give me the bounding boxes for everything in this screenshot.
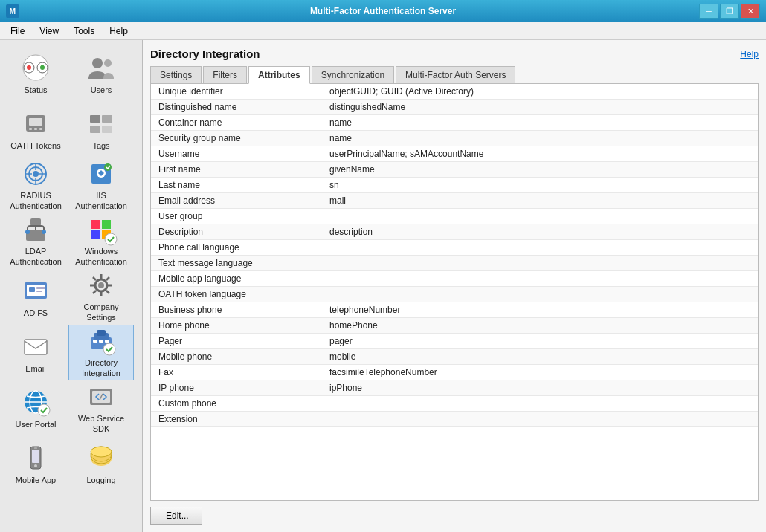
web-service-sdk-icon [86,383,116,411]
tab-synchronization[interactable]: Synchronization [312,66,394,84]
attr-name: Mobile app language [158,273,329,284]
sidebar-item-company-settings[interactable]: Company Settings [68,269,134,325]
attr-name: Phone call language [158,242,329,253]
sidebar-item-iis[interactable]: IIS Authentication [68,158,134,213]
sidebar-item-logging[interactable]: Logging [68,436,134,492]
attr-name: OATH token language [158,289,329,299]
sidebar-logging-label: Logging [86,476,115,485]
tab-settings[interactable]: Settings [150,66,202,84]
titlebar-title: Multi-Factor Authentication Server [0,6,766,16]
sidebar-item-status[interactable]: Status [3,46,68,102]
table-row: Phone call language [151,240,758,256]
table-row: UsernameuserPrincipalName; sAMAccountNam… [151,146,758,162]
sidebar-oath-label: OATH Tokens [10,141,60,151]
sidebar-item-web-service-sdk[interactable]: Web Service SDK [68,380,134,436]
close-button[interactable]: ✕ [741,4,760,19]
attr-value: name [329,133,352,143]
svg-rect-28 [91,230,100,239]
sidebar-item-user-portal[interactable]: User Portal [3,380,68,436]
tab-attributes[interactable]: Attributes [248,66,310,84]
attributes-table: Unique identifierobjectGUID; GUID (Activ… [151,84,758,427]
attr-value: telephoneNumber [329,305,400,315]
menu-file[interactable]: File [3,25,32,38]
sidebar-item-mobile-app[interactable]: Mobile App [3,436,68,492]
attr-value: mobile [329,351,355,362]
menu-help[interactable]: Help [102,25,135,38]
attr-name: Email address [158,195,329,206]
attr-name: Distinguished name [158,102,329,112]
attr-value: homePhone [329,320,378,331]
table-row: User group [151,209,758,224]
svg-rect-52 [32,450,39,463]
app-icon: M [6,4,19,18]
menubar: File View Tools Help [0,22,766,40]
minimize-button[interactable]: ─ [699,4,718,19]
attr-name: Extension [158,414,329,424]
sidebar-directory-label: Directory Integration [72,358,130,377]
attr-value: givenName [329,164,375,175]
svg-point-48 [38,404,50,416]
help-link[interactable]: Help [740,49,759,59]
tabs-container: Settings Filters Attributes Synchronizat… [150,66,759,84]
sidebar-company-settings-label: Company Settings [72,302,130,322]
content-area: Directory Integration Help Settings Filt… [143,40,766,532]
svg-rect-34 [36,287,45,289]
attr-value: sn [329,180,339,190]
attr-value: distinguishedName [329,102,405,112]
svg-rect-14 [90,126,100,133]
sidebar-item-email[interactable]: Email [3,325,68,380]
attributes-panel: Unique identifierobjectGUID; GUID (Activ… [150,83,759,501]
attr-name: Container name [158,117,329,128]
svg-rect-12 [90,115,100,123]
sidebar-mobile-label: Mobile App [16,476,56,485]
svg-point-21 [104,163,112,171]
edit-button[interactable]: Edit... [150,507,202,525]
tab-multifactor-auth-servers[interactable]: Multi-Factor Auth Servers [396,66,515,84]
sidebar-item-oath-tokens[interactable]: OATH Tokens [3,102,68,158]
sidebar-item-windows-auth[interactable]: Windows Authentication [68,213,134,269]
windows-auth-icon [86,215,116,244]
sidebar-sdk-label: Web Service SDK [72,414,130,433]
attr-name: Mobile phone [158,351,329,362]
table-row: Descriptiondescription [151,224,758,240]
menu-tools[interactable]: Tools [66,25,102,38]
sidebar-portal-label: User Portal [15,420,56,429]
sidebar-status-label: Status [24,85,47,95]
sidebar-item-tags[interactable]: Tags [68,102,134,158]
table-row: Mobile phonemobile [151,349,758,365]
sidebar-item-radius[interactable]: RADIUS Authentication [3,158,68,213]
svg-rect-42 [93,340,97,343]
table-row: Business phonetelephoneNumber [151,302,758,318]
table-row: Unique identifierobjectGUID; GUID (Activ… [151,84,758,100]
sidebar-users-label: Users [91,85,112,95]
attr-name: Pager [158,336,329,346]
sidebar-item-directory-integration[interactable]: Directory Integration [68,325,134,380]
attr-name: Custom phone [158,398,329,409]
sidebar-radius-label: RADIUS Authentication [7,191,65,210]
svg-rect-13 [102,115,112,123]
attr-name: User group [158,211,329,221]
svg-point-24 [25,230,30,234]
svg-rect-54 [34,447,37,448]
tab-filters[interactable]: Filters [203,66,247,84]
page-title: Directory Integration [150,48,260,60]
sidebar-item-adfs[interactable]: AD FS [3,269,68,325]
sidebar-item-users[interactable]: Users [68,46,134,102]
svg-rect-9 [29,128,32,130]
attr-value: name [329,117,352,128]
mobile-app-icon [21,443,51,473]
table-row: Security group namename [151,131,758,146]
table-row: First namegivenName [151,162,758,178]
oath-icon [21,108,51,138]
menu-view[interactable]: View [32,25,66,38]
svg-rect-38 [25,340,47,354]
restore-button[interactable]: ❐ [720,4,739,19]
attr-value: ipPhone [329,383,362,393]
table-row: IP phoneipPhone [151,380,758,396]
tags-icon [86,108,116,138]
attr-value: userPrincipalName; sAMAccountName [329,149,483,159]
sidebar-item-ldap[interactable]: LDAP Authentication [3,213,68,269]
svg-point-4 [40,65,45,70]
attr-name: Text message language [158,258,329,268]
svg-rect-33 [29,287,35,292]
